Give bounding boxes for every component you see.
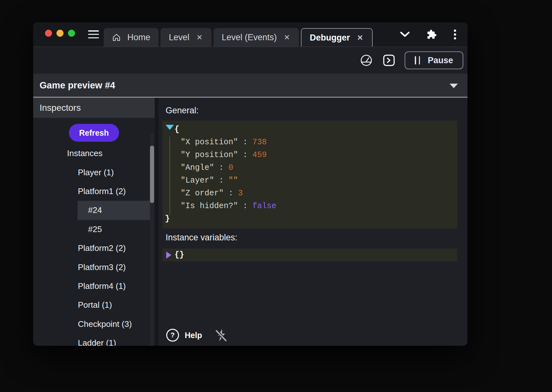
- tab-debugger[interactable]: Debugger ✕: [301, 28, 373, 47]
- tab-home[interactable]: Home: [104, 28, 159, 47]
- help-icon[interactable]: ?: [166, 329, 179, 342]
- tree-item-platform4[interactable]: Platform4 (1): [33, 277, 155, 296]
- tab-label: Level (Events): [222, 33, 277, 42]
- help-row: ? Help: [166, 328, 228, 342]
- game-preview-title: Game preview #4: [40, 80, 115, 91]
- home-icon: [112, 33, 121, 42]
- tree-item-player[interactable]: Player (1): [33, 163, 155, 182]
- close-icon[interactable]: ✕: [283, 33, 290, 42]
- tab-level-events[interactable]: Level (Events) ✕: [213, 28, 299, 47]
- property-row: X position738: [162, 136, 457, 149]
- hamburger-menu-icon[interactable]: [88, 30, 99, 38]
- instances-tree: Instances Player (1) Platform1 (2) #24 #…: [33, 144, 155, 346]
- tab-label: Home: [127, 33, 150, 42]
- property-value: 0: [228, 163, 233, 172]
- sidebar-scrollbar-thumb[interactable]: [150, 146, 154, 203]
- tree-item-instance-25[interactable]: #25: [33, 220, 155, 239]
- traffic-lights: [45, 30, 75, 37]
- inspector-detail-panel: General: { X position738 Y position459 A…: [159, 98, 467, 346]
- tree-item-ladder[interactable]: Ladder (1): [33, 334, 155, 346]
- inspectors-header: Inspectors: [33, 98, 155, 118]
- chevron-down-icon[interactable]: [400, 31, 410, 38]
- property-row: Angle0: [162, 162, 457, 174]
- close-icon[interactable]: ✕: [196, 33, 203, 42]
- expander-open-icon[interactable]: [166, 125, 174, 130]
- tree-item-platform1[interactable]: Platform1 (2): [33, 182, 155, 201]
- pause-button-label: Pause: [428, 56, 453, 65]
- tree-item-platform3[interactable]: Platform3 (2): [33, 258, 155, 276]
- profiler-gauge-icon[interactable]: [359, 53, 373, 67]
- property-key: X position: [181, 138, 238, 147]
- debugger-content: Inspectors Refresh Instances Player (1) …: [33, 98, 467, 346]
- open-brace: {: [175, 125, 179, 134]
- tabbar-actions: [400, 22, 457, 47]
- property-value: "": [228, 176, 238, 185]
- game-preview-header[interactable]: Game preview #4: [33, 74, 467, 98]
- property-key: Is hidden?: [181, 201, 238, 211]
- property-row: Z order3: [162, 187, 457, 200]
- tree-item-checkpoint[interactable]: Checkpoint (3): [33, 315, 155, 334]
- general-properties-json: { X position738 Y position459 Angle0 Lay…: [162, 121, 457, 229]
- property-row: Y position459: [162, 149, 457, 162]
- panel-divider: [155, 98, 159, 346]
- refresh-button[interactable]: Refresh: [69, 124, 119, 142]
- property-key: Layer: [181, 176, 214, 185]
- expander-closed-icon[interactable]: [166, 252, 171, 259]
- instance-variables-json: {}: [162, 249, 457, 261]
- debugger-window: Home Level ✕ Level (Events) ✕ Debugger ✕: [33, 22, 467, 346]
- traffic-light-minimize[interactable]: [56, 30, 63, 37]
- inspectors-list-panel: Refresh Instances Player (1) Platform1 (…: [33, 118, 155, 346]
- property-key: Y position: [181, 150, 238, 160]
- debugger-toolbar: Pause: [33, 47, 467, 74]
- property-row: Layer"": [162, 174, 457, 187]
- collapse-caret-icon[interactable]: [450, 84, 458, 88]
- property-value: 738: [252, 138, 267, 147]
- instance-variables-value: {}: [175, 250, 184, 260]
- instance-variables-label: Instance variables:: [166, 233, 457, 243]
- flash-off-icon[interactable]: [215, 328, 228, 342]
- inspectors-sidebar: Inspectors Refresh Instances Player (1) …: [33, 98, 155, 346]
- extensions-puzzle-icon[interactable]: [427, 29, 437, 40]
- console-icon[interactable]: [382, 54, 396, 67]
- tab-bar: Home Level ✕ Level (Events) ✕ Debugger ✕: [33, 22, 467, 47]
- pause-icon: [415, 56, 420, 64]
- indent-guide: [169, 137, 170, 215]
- property-key: Angle: [181, 163, 214, 172]
- property-value: 3: [238, 189, 243, 198]
- property-key: Z order: [181, 189, 224, 198]
- tree-item-portal[interactable]: Portal (1): [33, 296, 155, 314]
- kebab-menu-icon[interactable]: [453, 29, 457, 40]
- close-icon[interactable]: ✕: [356, 34, 364, 42]
- property-row: Is hidden?false: [162, 200, 457, 213]
- tree-item-instance-24[interactable]: #24: [33, 201, 155, 220]
- pause-button[interactable]: Pause: [405, 51, 463, 69]
- tab-label: Level: [169, 33, 190, 42]
- tab-level[interactable]: Level ✕: [160, 28, 212, 47]
- property-value: 459: [252, 150, 267, 160]
- tab-strip: Home Level ✕ Level (Events) ✕ Debugger ✕: [104, 28, 373, 47]
- property-value: false: [252, 201, 276, 211]
- traffic-light-zoom[interactable]: [68, 30, 75, 37]
- tab-label: Debugger: [310, 33, 350, 43]
- tree-item-instances[interactable]: Instances: [33, 144, 155, 163]
- close-brace: }: [165, 214, 170, 223]
- general-section-label: General:: [166, 106, 457, 116]
- tree-item-platform2[interactable]: Platform2 (2): [33, 239, 155, 258]
- help-label: Help: [185, 331, 202, 340]
- traffic-light-close[interactable]: [45, 30, 52, 37]
